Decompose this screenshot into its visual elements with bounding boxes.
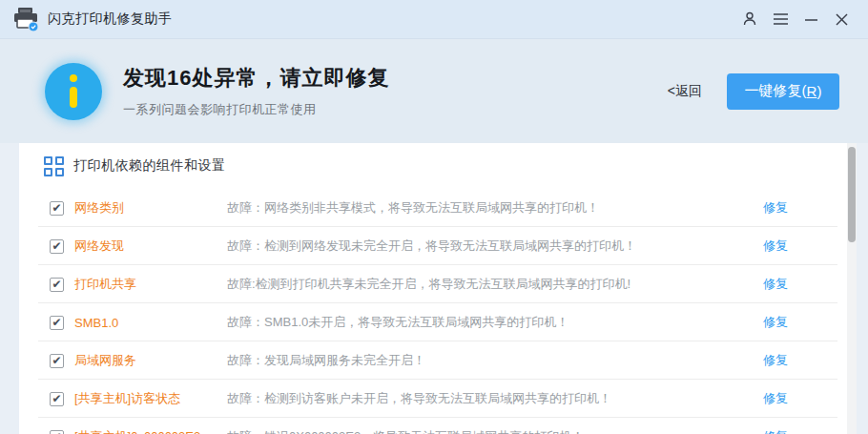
fix-link[interactable]: 修复 xyxy=(763,238,788,255)
issue-description: 故障：发现局域网服务未完全开启！ xyxy=(227,352,752,369)
issue-row-smb10: ✔ SMB1.0 故障：SMB1.0未开启，将导致无法互联局域网共享的打印机！ … xyxy=(19,303,857,341)
info-circle-icon xyxy=(45,63,102,120)
summary-header: 发现16处异常，请立即修复 一系列问题会影响打印机正常使用 <返回 一键修复(R… xyxy=(0,38,868,143)
issue-name: 局域网服务 xyxy=(74,352,227,369)
issue-row-printer-sharing: ✔ 打印机共享 故障:检测到打印机共享未完全开启，将导致无法互联局域网共享的打印… xyxy=(19,265,857,303)
row-checkbox[interactable]: ✔ xyxy=(50,239,64,254)
issue-name: 网络类别 xyxy=(74,199,227,217)
anomaly-subtitle: 一系列问题会影响打印机正常使用 xyxy=(123,101,668,118)
fix-link[interactable]: 修复 xyxy=(763,314,788,331)
minimize-icon[interactable] xyxy=(796,4,826,34)
user-icon[interactable] xyxy=(734,4,765,34)
fix-link[interactable]: 修复 xyxy=(763,352,788,369)
scrollbar-track[interactable] xyxy=(847,143,857,434)
fix-link[interactable]: 修复 xyxy=(763,276,788,293)
repair-all-label-close: ) xyxy=(816,83,821,99)
issue-row-network-category: ✔ 网络类别 故障：网络类别非共享模式，将导致无法互联局域网共享的打印机！ 修复 xyxy=(19,189,857,227)
grid-icon xyxy=(44,156,64,176)
issue-description: 故障：检测到网络发现未完全开启，将导致无法互联局域网共享的打印机！ xyxy=(227,238,752,255)
issue-list: ✔ 网络类别 故障：网络类别非共享模式，将导致无法互联局域网共享的打印机！ 修复… xyxy=(19,189,857,434)
row-checkbox[interactable]: ✔ xyxy=(50,392,64,406)
scrollbar-thumb[interactable] xyxy=(848,147,856,242)
app-title: 闪克打印机修复助手 xyxy=(48,10,173,28)
anomaly-count-title: 发现16处异常，请立即修复 xyxy=(123,64,668,93)
issue-row-guest-status: ✔ [共享主机]访客状态 故障：检测到访客账户未开启，将导致无法互联局域网共享的… xyxy=(19,380,857,418)
issue-row-lan-service: ✔ 局域网服务 故障：发现局域网服务未完全开启！ 修复 xyxy=(19,341,857,380)
issue-name: 打印机共享 xyxy=(74,276,227,293)
titlebar: 闪克打印机修复助手 xyxy=(0,0,868,38)
row-checkbox[interactable]: ✔ xyxy=(50,430,64,434)
row-checkbox[interactable]: ✔ xyxy=(50,354,64,368)
issue-name: SMB1.0 xyxy=(74,316,227,330)
row-checkbox[interactable]: ✔ xyxy=(50,201,64,216)
repair-all-hotkey: R xyxy=(807,83,817,99)
back-link[interactable]: <返回 xyxy=(668,83,702,100)
issue-name: [共享主机]访客状态 xyxy=(74,390,227,407)
issue-name: [共享主机]0x000003E3 xyxy=(74,428,227,434)
issue-row-error-code: ✔ [共享主机]0x000003E3 故障：错误0X000003E3，将导致无法… xyxy=(19,418,857,434)
issue-description: 故障：网络类别非共享模式，将导致无法互联局域网共享的打印机！ xyxy=(227,199,752,217)
issue-description: 故障:检测到打印机共享未完全开启，将导致无法互联局域网共享的打印机! xyxy=(227,276,752,293)
fix-link[interactable]: 修复 xyxy=(763,428,788,434)
issues-panel: 打印机依赖的组件和设置 ✔ 网络类别 故障：网络类别非共享模式，将导致无法互联局… xyxy=(19,143,857,434)
issue-name: 网络发现 xyxy=(74,238,227,255)
menu-icon[interactable] xyxy=(765,4,796,34)
repair-all-button[interactable]: 一键修复(R) xyxy=(727,73,839,110)
fix-link[interactable]: 修复 xyxy=(763,390,788,407)
app-window: 闪克打印机修复助手 xyxy=(0,0,868,434)
printer-app-icon xyxy=(11,7,40,32)
close-icon[interactable] xyxy=(826,4,857,34)
issue-description: 故障：检测到访客账户未开启，将导致无法互联局域网共享的打印机！ xyxy=(227,390,752,407)
issue-row-network-discovery: ✔ 网络发现 故障：检测到网络发现未完全开启，将导致无法互联局域网共享的打印机！… xyxy=(19,227,857,265)
issue-description: 故障：错误0X000003E3，将导致无法互联局域网共享的打印机！ xyxy=(227,428,752,434)
repair-all-label: 一键修复( xyxy=(745,82,807,100)
issue-description: 故障：SMB1.0未开启，将导致无法互联局域网共享的打印机！ xyxy=(227,314,752,331)
section-header: 打印机依赖的组件和设置 xyxy=(19,143,857,189)
row-checkbox[interactable]: ✔ xyxy=(50,278,64,292)
fix-link[interactable]: 修复 xyxy=(763,199,788,217)
row-checkbox[interactable]: ✔ xyxy=(50,316,64,330)
section-title: 打印机依赖的组件和设置 xyxy=(73,157,226,175)
